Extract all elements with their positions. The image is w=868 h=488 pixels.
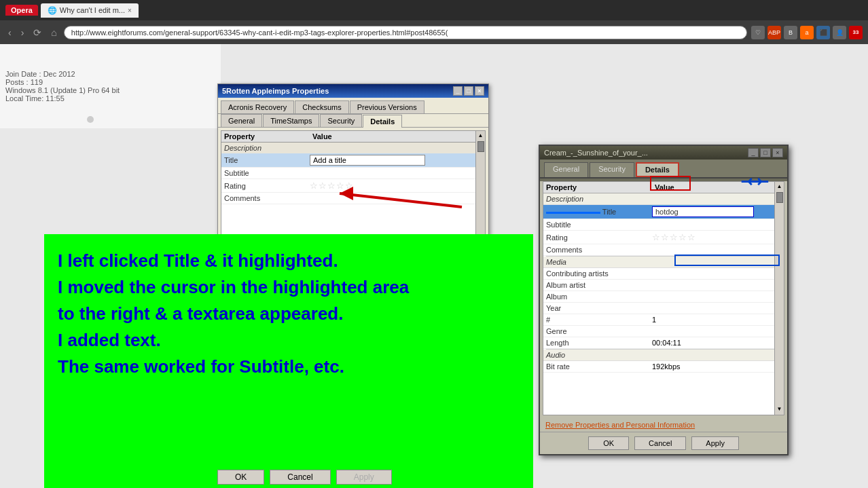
media-section-2: Media	[543, 257, 784, 268]
apply-button-1[interactable]: Apply	[336, 470, 392, 485]
scroll-down-2[interactable]: ▼	[775, 405, 784, 413]
year-row[interactable]: Year	[543, 303, 784, 314]
apply-button-2[interactable]: Apply	[691, 436, 739, 450]
remove-properties-link[interactable]: Remove Properties and Personal Informati…	[540, 418, 787, 432]
tab-icon: 🌐	[48, 6, 57, 15]
close-button-1[interactable]: ×	[475, 86, 484, 96]
join-date: Join Date : Dec 2012	[5, 70, 215, 78]
scroll-up-2[interactable]: ▲	[775, 182, 784, 191]
description-section-2: Description	[543, 193, 784, 205]
title-row-1[interactable]: Title	[221, 153, 485, 168]
genre-label: Genre	[546, 327, 652, 335]
tab-details-1[interactable]: Details	[363, 115, 402, 128]
back-button[interactable]: ‹	[5, 26, 14, 39]
tab-close-button[interactable]: ×	[128, 7, 132, 14]
length-value: 00:04:11	[652, 339, 781, 347]
title-label-2: Title	[546, 208, 652, 216]
dialog1-title-buttons: _ □ ×	[453, 86, 484, 96]
album-artist-row[interactable]: Album artist	[543, 280, 784, 291]
dialog2-title-buttons: _ □ ×	[748, 148, 783, 157]
annotation-line1: I left clicked Title & it highlighted.	[58, 250, 338, 271]
comments-row-1[interactable]: Comments	[221, 193, 485, 204]
subtitle-row-2[interactable]: Subtitle	[543, 219, 784, 231]
home-button[interactable]: ⌂	[48, 26, 59, 39]
tool4-icon[interactable]: 👤	[833, 26, 846, 39]
genre-row[interactable]: Genre	[543, 326, 784, 337]
minimize-button-1[interactable]: _	[453, 86, 463, 96]
ok-button-1[interactable]: OK	[217, 470, 264, 485]
number-row[interactable]: # 1	[543, 314, 784, 326]
browser-tab[interactable]: 🌐 Why can't I edit m... ×	[41, 3, 139, 18]
tab-general-2[interactable]: General	[544, 162, 588, 177]
tab-acronis-recovery[interactable]: Acronis Recovery	[221, 100, 294, 113]
property-table-2: Property Value Description Title	[543, 181, 784, 415]
title-text-input-1[interactable]	[310, 155, 425, 166]
dialog1-tabs-row1: Acronis Recovery Checksums Previous Vers…	[218, 98, 488, 114]
cancel-button-1[interactable]: Cancel	[270, 470, 330, 485]
comments-label-2: Comments	[546, 246, 652, 254]
tab-details-2[interactable]: Details	[636, 162, 679, 177]
scroll-thumb-2[interactable]	[776, 192, 783, 203]
rating-stars-2[interactable]: ☆☆☆☆☆	[652, 232, 781, 242]
tab-checksums[interactable]: Checksums	[295, 100, 348, 113]
rating-label-1: Rating	[224, 182, 310, 190]
dialog1-title-bar: 5Rotten Appleimps Properties _ □ ×	[218, 84, 488, 98]
refresh-button[interactable]: ⟳	[31, 26, 44, 39]
scroll-thumb-1[interactable]	[477, 141, 484, 152]
dialog2-title-bar: Cream_-_Sunshine_of_your_... _ □ ×	[540, 146, 787, 159]
os-info: Windows 8.1 (Update 1) Pro 64 bit	[5, 86, 215, 94]
forward-button[interactable]: ›	[18, 26, 27, 39]
title-input-2[interactable]	[652, 206, 781, 217]
album-artist-label: Album artist	[546, 281, 652, 289]
tab-timestamps[interactable]: TimeStamps	[263, 114, 319, 127]
title-text-input-2[interactable]	[652, 206, 754, 217]
prop-header-1: Property Value	[221, 131, 485, 143]
prop-col-name-2: Property	[546, 183, 655, 191]
rating-stars-1[interactable]: ☆☆☆☆☆	[310, 181, 482, 191]
minimize-button-2[interactable]: _	[748, 148, 759, 157]
annotation-line2: I moved the cursor in the highlighted ar…	[58, 277, 409, 297]
local-time: Local Time: 11:55	[5, 94, 215, 102]
scrollbar-2[interactable]: ▲ ▼	[774, 182, 784, 415]
bookmark-icon[interactable]: ♡	[751, 26, 765, 39]
length-row[interactable]: Length 00:04:11	[543, 337, 784, 349]
title-row-2[interactable]: Title	[543, 205, 784, 219]
tool1-icon[interactable]: B	[784, 26, 797, 39]
address-bar[interactable]: http://www.eightforums.com/general-suppo…	[64, 26, 747, 39]
rating-row-1[interactable]: Rating ☆☆☆☆☆	[221, 179, 485, 193]
rating-label-2: Rating	[546, 233, 652, 242]
post-sidebar: Join Date : Dec 2012 Posts : 119 Windows…	[0, 44, 221, 128]
tab-security-2[interactable]: Security	[590, 162, 634, 177]
annotation-box: I left clicked Title & it highlighted. I…	[44, 234, 533, 488]
contributing-artists-row[interactable]: Contributing artists	[543, 268, 784, 280]
tool3-icon[interactable]: ⬛	[816, 26, 830, 39]
annotation-text: I left clicked Title & it highlighted. I…	[58, 248, 520, 380]
dialog2-body: Property Value Description Title	[540, 181, 787, 432]
subtitle-row-1[interactable]: Subtitle	[221, 168, 485, 179]
title-input-1[interactable]	[310, 155, 482, 166]
maximize-button-1[interactable]: □	[464, 86, 473, 96]
ok-button-2[interactable]: OK	[588, 436, 629, 450]
url-text: http://www.eightforums.com/general-suppo…	[71, 29, 448, 37]
bitrate-row[interactable]: Bit rate 192kbps	[543, 361, 784, 373]
adblock-icon[interactable]: ABP	[767, 26, 781, 39]
maximize-button-2[interactable]: □	[760, 148, 771, 157]
tab-general-1[interactable]: General	[221, 114, 262, 127]
tab-security-1[interactable]: Security	[320, 114, 362, 127]
comments-row-2[interactable]: Comments	[543, 244, 784, 256]
close-button-2[interactable]: ×	[772, 148, 783, 157]
dialog2-footer: OK Cancel Apply	[540, 432, 787, 454]
tab-previous-versions[interactable]: Previous Versions	[350, 100, 424, 113]
cancel-button-2[interactable]: Cancel	[634, 436, 686, 450]
tool2-icon[interactable]: a	[800, 26, 814, 39]
opera-logo[interactable]: Opera	[5, 5, 38, 16]
subtitle-label-1: Subtitle	[224, 169, 310, 177]
rating-row-2[interactable]: Rating ☆☆☆☆☆	[543, 231, 784, 244]
blue-arrow-annotation-2: ⟵	[747, 173, 769, 191]
tool5-icon[interactable]: 33	[849, 26, 863, 39]
scroll-up-1[interactable]: ▲	[476, 131, 485, 140]
annotation-line5: The same worked for Subtitle, etc.	[58, 356, 344, 377]
browser-toolbar: ♡ ABP B a ⬛ 👤 33	[751, 26, 863, 39]
number-value: 1	[652, 316, 781, 324]
album-row[interactable]: Album	[543, 291, 784, 303]
